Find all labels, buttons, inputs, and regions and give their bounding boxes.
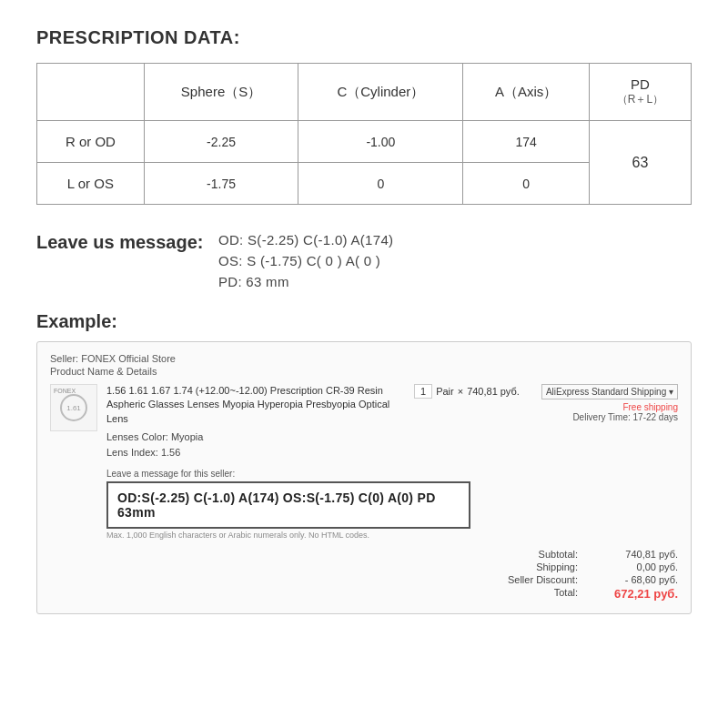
- axis-header: A（Axis）: [463, 64, 589, 121]
- os-sphere: -1.75: [144, 163, 298, 205]
- shipping-label: Shipping:: [496, 561, 578, 572]
- lens-color: Lenses Color: Myopia: [106, 430, 405, 445]
- shipping-val: 0,00 руб.: [605, 561, 678, 572]
- seller-name: Seller: FONEX Official Store: [50, 353, 678, 364]
- pd-header: PD （R＋L）: [589, 64, 691, 121]
- unit-label: Pair: [436, 386, 454, 397]
- shipping-row: Shipping: 0,00 руб.: [50, 561, 678, 572]
- discount-val: - 68,60 руб.: [605, 574, 678, 585]
- product-thumbnail: FONEX 1.61: [50, 384, 97, 431]
- seller-info: Seller: FONEX Official Store Product Nam…: [50, 353, 678, 377]
- qty-box: 1: [414, 384, 432, 399]
- message-line-od: OD: S(-2.25) C(-1.0) A(174): [218, 232, 393, 248]
- discount-row: Seller Discount: - 68,60 руб.: [50, 574, 678, 585]
- prescription-table: Sphere（S） C（Cylinder） A（Axis） PD （R＋L） R…: [36, 63, 692, 205]
- os-label: L or OS: [37, 163, 145, 205]
- free-shipping-label: Free shipping: [532, 402, 678, 412]
- od-axis: 174: [463, 121, 589, 163]
- message-box-section: Leave a message for this seller: OD:S(-2…: [106, 469, 678, 540]
- lens-index: Lens Index: 1.56: [106, 445, 405, 460]
- empty-header: [37, 64, 145, 121]
- message-textarea-display: OD:S(-2.25) C(-1.0) A(174) OS:S(-1.75) C…: [106, 481, 470, 529]
- delivery-time: Delivery Time: 17-22 days: [532, 412, 678, 422]
- product-name: 1.56 1.61 1.67 1.74 (+12.00~-12.00) Pres…: [106, 384, 405, 426]
- prescription-title: PRESCRIPTION DATA:: [36, 27, 692, 48]
- message-line-pd: PD: 63 mm: [218, 274, 393, 289]
- example-box: Seller: FONEX Official Store Product Nam…: [36, 341, 692, 614]
- message-box-label: Leave a message for this seller:: [106, 469, 678, 479]
- table-row-od: R or OD -2.25 -1.00 174 63: [37, 121, 692, 163]
- shipping-info: AliExpress Standard Shipping ▾ Free ship…: [532, 384, 678, 422]
- total-val: 672,21 руб.: [605, 587, 678, 601]
- pd-value: 63: [589, 121, 691, 205]
- product-row: FONEX 1.61 1.56 1.61 1.67 1.74 (+12.00~-…: [50, 384, 678, 460]
- totals-section: Subtotal: 740,81 руб. Shipping: 0,00 руб…: [50, 549, 678, 601]
- leave-message-section: Leave us message: OD: S(-2.25) C(-1.0) A…: [36, 230, 692, 289]
- message-line-os: OS: S (-1.75) C( 0 ) A( 0 ): [218, 253, 393, 268]
- qty-price: 1 Pair × 740,81 руб.: [414, 384, 523, 399]
- message-hint: Max. 1,000 English characters or Arabic …: [106, 531, 678, 540]
- message-content: OD: S(-2.25) C(-1.0) A(174) OS: S (-1.75…: [218, 230, 393, 289]
- total-row: Total: 672,21 руб.: [50, 587, 678, 601]
- product-label: Product Name & Details: [50, 366, 678, 377]
- subtotal-row: Subtotal: 740,81 руб.: [50, 549, 678, 560]
- example-title: Example:: [36, 311, 692, 332]
- discount-label: Seller Discount:: [496, 574, 578, 585]
- price-value: 740,81 руб.: [467, 386, 520, 397]
- subtotal-val: 740,81 руб.: [605, 549, 678, 560]
- os-axis: 0: [463, 163, 589, 205]
- multiply-sign: ×: [458, 386, 463, 397]
- os-cylinder: 0: [298, 163, 463, 205]
- total-label: Total:: [496, 587, 578, 601]
- cylinder-header: C（Cylinder）: [298, 64, 463, 121]
- product-details: 1.56 1.61 1.67 1.74 (+12.00~-12.00) Pres…: [106, 384, 405, 460]
- lens-icon: 1.61: [60, 394, 87, 421]
- od-cylinder: -1.00: [298, 121, 463, 163]
- shipping-selector[interactable]: AliExpress Standard Shipping ▾: [541, 384, 678, 399]
- od-sphere: -2.25: [144, 121, 298, 163]
- leave-message-label: Leave us message:: [36, 230, 218, 253]
- subtotal-label: Subtotal:: [496, 549, 578, 560]
- brand-label: FONEX: [54, 388, 76, 394]
- sphere-header: Sphere（S）: [144, 64, 298, 121]
- od-label: R or OD: [37, 121, 145, 163]
